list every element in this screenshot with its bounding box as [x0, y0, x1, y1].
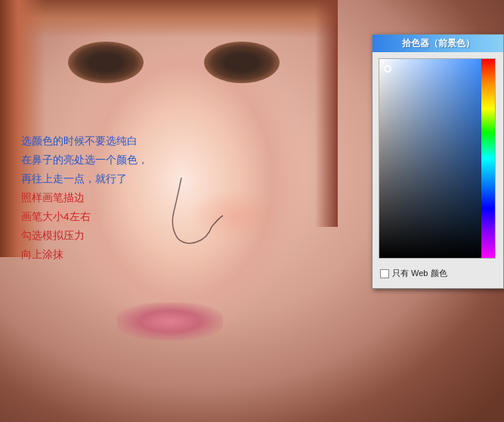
- panel-title-bar: 拾色器（前景色）: [373, 35, 503, 52]
- annotation-line: 画笔大小4左右: [21, 208, 148, 227]
- nose-curve-drawing: [136, 174, 257, 250]
- eye-left: [68, 42, 144, 83]
- eye-right: [204, 42, 280, 83]
- color-hue-bar[interactable]: [481, 59, 495, 258]
- annotation-line: 勾选模拟压力: [21, 227, 148, 246]
- annotation-line: 再往上走一点，就行了: [21, 170, 148, 189]
- lips: [117, 303, 223, 340]
- web-color-checkbox[interactable]: [380, 269, 389, 278]
- annotation-line: 在鼻子的亮处选一个颜色，: [21, 151, 148, 170]
- panel-body: 只有 Web 颜色: [373, 52, 503, 288]
- hair-top: [0, 0, 338, 38]
- color-picker-panel[interactable]: 拾色器（前景色） 只有 Web 颜色: [372, 34, 504, 289]
- color-gradient-square[interactable]: [379, 58, 496, 259]
- hair-right: [315, 0, 338, 227]
- color-cursor[interactable]: [384, 65, 391, 73]
- annotation-block: 选颜色的时候不要选纯白在鼻子的亮处选一个颜色，再往上走一点，就行了照样画笔描边画…: [21, 132, 148, 265]
- panel-title: 拾色器（前景色）: [402, 37, 475, 50]
- web-color-row: 只有 Web 颜色: [379, 265, 497, 282]
- annotation-line: 照样画笔描边: [21, 189, 148, 208]
- annotation-line: 向上涂抹: [21, 246, 148, 265]
- annotation-line: 选颜色的时候不要选纯白: [21, 132, 148, 151]
- web-color-label: 只有 Web 颜色: [392, 268, 447, 279]
- color-main-gradient[interactable]: [379, 59, 481, 258]
